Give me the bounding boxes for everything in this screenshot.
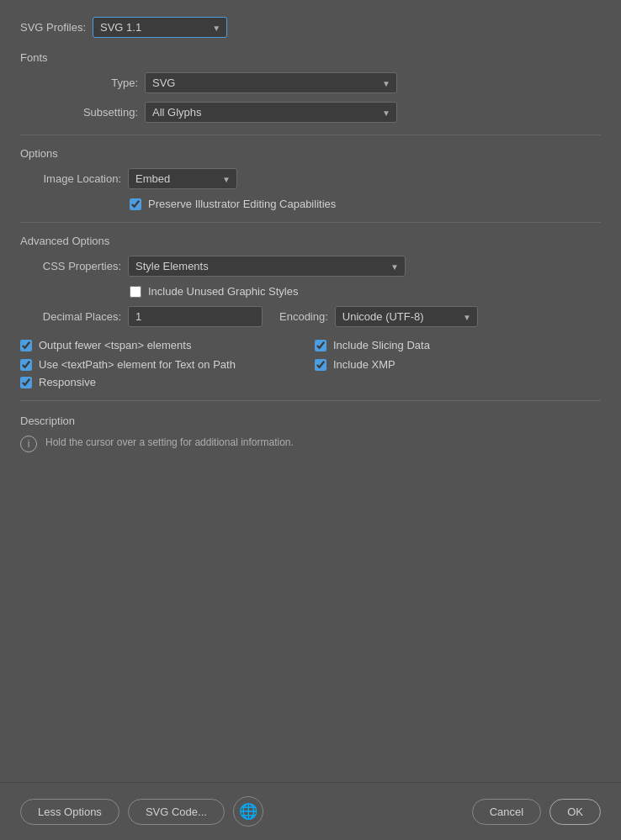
include-unused-checkbox[interactable] xyxy=(130,286,141,298)
encoding-select[interactable]: Unicode (UTF-8) ISO Latin 1 UTF-16 xyxy=(335,306,478,327)
include-slicing-label: Include Slicing Data xyxy=(333,339,430,351)
include-xmp-label: Include XMP xyxy=(333,358,395,371)
dialog: SVG Profiles: SVG 1.1 SVG 1.0 SVG Basic … xyxy=(0,0,621,840)
fonts-section: Fonts Type: SVG Convert to Outline Adobe… xyxy=(20,51,601,123)
css-properties-select-wrapper: Style Elements Inline Style Attributes P… xyxy=(128,256,406,277)
include-xmp-checkbox[interactable] xyxy=(315,359,326,371)
font-type-label: Type: xyxy=(71,77,138,89)
divider-2 xyxy=(20,222,601,223)
info-icon: i xyxy=(20,436,37,452)
ok-button[interactable]: OK xyxy=(549,799,601,825)
less-options-button[interactable]: Less Options xyxy=(20,799,119,825)
divider-3 xyxy=(20,400,601,401)
fonts-section-label: Fonts xyxy=(20,51,601,64)
svg-profiles-select[interactable]: SVG 1.1 SVG 1.0 SVG Basic SVG Tiny xyxy=(93,17,227,38)
subsetting-label: Subsetting: xyxy=(71,106,138,119)
description-section-label: Description xyxy=(20,415,601,427)
image-location-select[interactable]: Embed Link xyxy=(128,168,237,189)
responsive-checkbox[interactable] xyxy=(20,377,32,388)
svg-profiles-select-wrapper: SVG 1.1 SVG 1.0 SVG Basic SVG Tiny ▼ xyxy=(93,17,227,38)
encoding-select-wrapper: Unicode (UTF-8) ISO Latin 1 UTF-16 ▼ xyxy=(335,306,478,327)
output-tspan-checkbox[interactable] xyxy=(20,340,32,351)
css-properties-label: CSS Properties: xyxy=(20,260,121,272)
decimal-places-label: Decimal Places: xyxy=(20,310,121,323)
include-unused-label: Include Unused Graphic Styles xyxy=(148,285,298,298)
css-properties-select[interactable]: Style Elements Inline Style Attributes P… xyxy=(128,256,406,277)
svg-profiles-label: SVG Profiles: xyxy=(20,21,86,34)
use-textpath-label: Use <textPath> element for Text on Path xyxy=(39,358,236,371)
font-type-select[interactable]: SVG Convert to Outline Adobe CEF Font xyxy=(145,72,397,93)
responsive-label: Responsive xyxy=(39,376,96,388)
divider-1 xyxy=(20,135,601,135)
advanced-section-label: Advanced Options xyxy=(20,235,601,247)
include-xmp-item: Include XMP xyxy=(315,358,601,371)
use-textpath-item: Use <textPath> element for Text on Path xyxy=(20,358,306,371)
preserve-illustrator-label: Preserve Illustrator Editing Capabilitie… xyxy=(148,198,336,210)
options-section-label: Options xyxy=(20,147,601,160)
preserve-illustrator-checkbox[interactable] xyxy=(130,198,141,210)
dialog-footer: Less Options SVG Code... 🌐 Cancel OK xyxy=(0,782,621,840)
output-tspan-item: Output fewer <tspan> elements xyxy=(20,339,306,351)
font-type-select-wrapper: SVG Convert to Outline Adobe CEF Font ▼ xyxy=(145,72,397,93)
options-section: Options Image Location: Embed Link ▼ Pre… xyxy=(20,147,601,210)
include-slicing-item: Include Slicing Data xyxy=(315,339,601,351)
encoding-label: Encoding: xyxy=(279,310,328,323)
globe-button[interactable]: 🌐 xyxy=(233,796,263,827)
output-tspan-label: Output fewer <tspan> elements xyxy=(39,339,191,351)
svg-code-button[interactable]: SVG Code... xyxy=(128,799,225,825)
checkboxes-grid: Output fewer <tspan> elements Include Sl… xyxy=(20,339,601,371)
description-text: Hold the cursor over a setting for addit… xyxy=(45,436,294,450)
subsetting-select[interactable]: All Glyphs None (Use System Fonts) Commo… xyxy=(145,102,397,123)
decimal-places-input[interactable] xyxy=(128,306,263,327)
subsetting-select-wrapper: All Glyphs None (Use System Fonts) Commo… xyxy=(145,102,397,123)
description-section: Description i Hold the cursor over a set… xyxy=(20,415,601,452)
responsive-row: Responsive xyxy=(20,376,601,388)
image-location-select-wrapper: Embed Link ▼ xyxy=(128,168,237,189)
image-location-label: Image Location: xyxy=(20,172,121,185)
use-textpath-checkbox[interactable] xyxy=(20,359,32,371)
cancel-button[interactable]: Cancel xyxy=(472,799,541,825)
description-content: i Hold the cursor over a setting for add… xyxy=(20,436,601,452)
globe-icon: 🌐 xyxy=(239,802,257,821)
include-slicing-checkbox[interactable] xyxy=(315,340,326,351)
advanced-options-section: Advanced Options CSS Properties: Style E… xyxy=(20,235,601,388)
